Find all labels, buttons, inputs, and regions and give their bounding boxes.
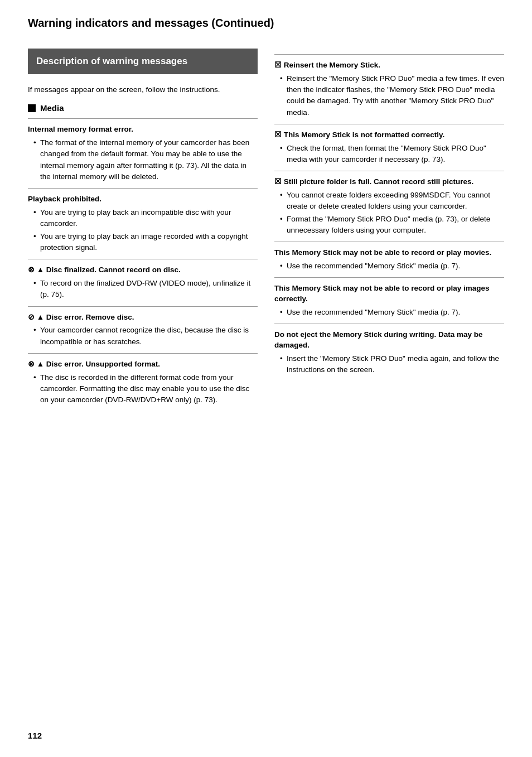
section-title-may-not-record-images: This Memory Stick may not be able to rec… — [274, 283, 504, 305]
media-heading: Media — [28, 103, 258, 113]
section-disc-finalized: ⊗ ▲ Disc finalized. Cannot record on dis… — [28, 265, 258, 300]
intro-text: If messages appear on the screen, follow… — [28, 84, 258, 95]
bullet-item: Your camcorder cannot recognize the disc… — [33, 325, 258, 348]
divider-3 — [28, 306, 258, 307]
divider-r3 — [274, 242, 504, 242]
bullet-item: The format of the internal memory of you… — [33, 137, 258, 182]
media-label: Media — [40, 103, 64, 113]
bullet-list-may-not-record-movies: Use the recommended "Memory Stick" media… — [274, 261, 504, 272]
left-sections: Internal memory format error. The format… — [28, 118, 258, 406]
bullet-list-do-not-eject: Insert the "Memory Stick PRO Duo" media … — [274, 353, 504, 376]
description-box-title: Description of warning messages — [36, 55, 249, 67]
right-column: ☒ Reinsert the Memory Stick. Reinsert th… — [274, 49, 504, 409]
bullet-item: You are trying to play back an incompati… — [33, 207, 258, 230]
bullet-item: Use the recommended "Memory Stick" media… — [280, 307, 504, 318]
section-title-do-not-eject: Do not eject the Memory Stick during wri… — [274, 330, 504, 351]
divider-0 — [28, 118, 258, 119]
divider-r2 — [274, 171, 504, 171]
page-number: 112 — [28, 731, 42, 740]
divider-r1 — [274, 124, 504, 124]
section-internal-memory: Internal memory format error. The format… — [28, 124, 258, 182]
section-reinsert: ☒ Reinsert the Memory Stick. Reinsert th… — [274, 60, 504, 118]
section-disc-error-remove: ⊘ ▲ Disc error. Remove disc. Your camcor… — [28, 312, 258, 348]
section-title-disc-error-unsupported: ⊗ ▲ Disc error. Unsupported format. — [28, 359, 258, 370]
bullet-list-disc-finalized: To record on the finalized DVD-RW (VIDEO… — [28, 278, 258, 301]
section-not-formatted: ☒ This Memory Stick is not formatted cor… — [274, 130, 504, 165]
content-grid: Description of warning messages If messa… — [28, 49, 504, 409]
section-title-playback-prohibited: Playback prohibited. — [28, 194, 258, 205]
bullet-item: The disc is recorded in the different fo… — [33, 372, 258, 406]
bullet-item: You are trying to play back an image rec… — [33, 231, 258, 254]
bullet-list-reinsert: Reinsert the "Memory Stick PRO Duo" medi… — [274, 73, 504, 118]
section-may-not-record-images: This Memory Stick may not be able to rec… — [274, 283, 504, 318]
left-column: Description of warning messages If messa… — [28, 49, 258, 409]
section-title-still-picture-folder: ☒ Still picture folder is full. Cannot r… — [274, 177, 504, 187]
bullet-list-still-picture-folder: You cannot create folders exceeding 999M… — [274, 190, 504, 236]
bullet-item: Check the format, then format the "Memor… — [280, 143, 504, 166]
divider-r4 — [274, 277, 504, 278]
section-title-internal-memory: Internal memory format error. — [28, 124, 258, 135]
bullet-item: To record on the finalized DVD-RW (VIDEO… — [33, 278, 258, 301]
section-still-picture-folder: ☒ Still picture folder is full. Cannot r… — [274, 177, 504, 236]
description-box: Description of warning messages — [28, 49, 258, 74]
section-title-not-formatted: ☒ This Memory Stick is not formatted cor… — [274, 130, 504, 141]
bullet-list-disc-error-remove: Your camcorder cannot recognize the disc… — [28, 325, 258, 348]
section-title-may-not-record-movies: This Memory Stick may not be able to rec… — [274, 248, 504, 258]
bullet-list-disc-error-unsupported: The disc is recorded in the different fo… — [28, 372, 258, 406]
divider-1 — [28, 188, 258, 189]
section-disc-error-unsupported: ⊗ ▲ Disc error. Unsupported format. The … — [28, 359, 258, 406]
section-title-reinsert: ☒ Reinsert the Memory Stick. — [274, 60, 504, 71]
bullet-item: You cannot create folders exceeding 999M… — [280, 190, 504, 213]
square-icon — [28, 104, 36, 112]
divider-r0 — [274, 54, 504, 55]
section-may-not-record-movies: This Memory Stick may not be able to rec… — [274, 248, 504, 272]
divider-2 — [28, 259, 258, 259]
bullet-item: Use the recommended "Memory Stick" media… — [280, 261, 504, 272]
bullet-list-playback-prohibited: You are trying to play back an incompati… — [28, 207, 258, 253]
section-title-disc-error-remove: ⊘ ▲ Disc error. Remove disc. — [28, 312, 258, 323]
bullet-list-not-formatted: Check the format, then format the "Memor… — [274, 143, 504, 166]
section-do-not-eject: Do not eject the Memory Stick during wri… — [274, 330, 504, 375]
bullet-item: Reinsert the "Memory Stick PRO Duo" medi… — [280, 73, 504, 118]
bullet-list-internal-memory: The format of the internal memory of you… — [28, 137, 258, 182]
divider-r5 — [274, 324, 504, 324]
bullet-list-may-not-record-images: Use the recommended "Memory Stick" media… — [274, 307, 504, 318]
page-header: Warning indicators and messages (Continu… — [28, 17, 504, 32]
bullet-item: Insert the "Memory Stick PRO Duo" media … — [280, 353, 504, 376]
section-playback-prohibited: Playback prohibited. You are trying to p… — [28, 194, 258, 253]
divider-4 — [28, 353, 258, 354]
page: Warning indicators and messages (Continu… — [0, 0, 532, 757]
section-title-disc-finalized: ⊗ ▲ Disc finalized. Cannot record on dis… — [28, 265, 258, 276]
bullet-item: Format the "Memory Stick PRO Duo" media … — [280, 214, 504, 237]
